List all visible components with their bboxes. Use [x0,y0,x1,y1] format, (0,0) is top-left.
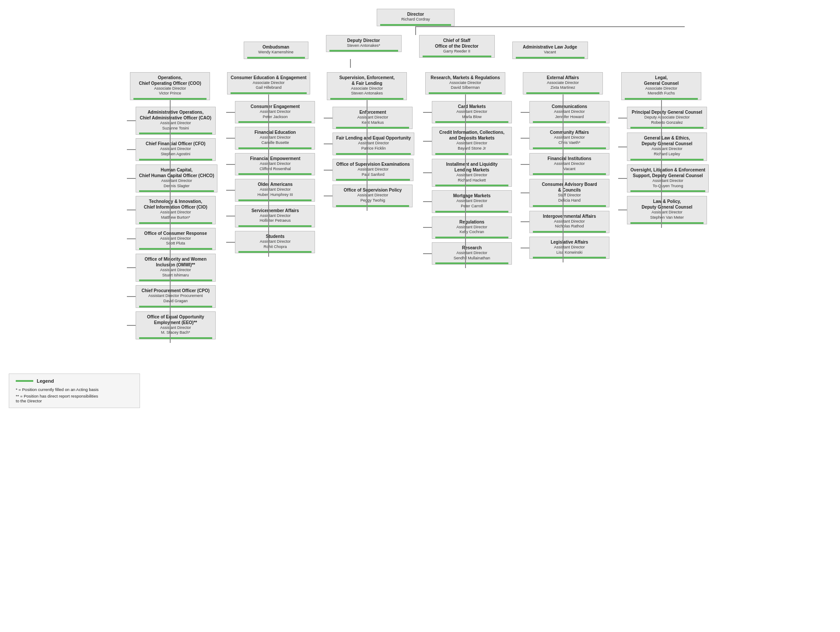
eeo-box: Office of Equal OpportunityEmployment (E… [136,311,216,339]
director-section: Director Richard Cordray [9,9,822,68]
director-name: Richard Cordray [380,17,451,22]
community-affairs-box: Community Affairs Assistant Director Chr… [529,127,609,149]
communications-box: Communications Assistant Director Jennif… [529,101,609,123]
students-box: Students Assistant Director Rohit Chopra [235,231,315,253]
alj-box: Administrative Law Judge Vacant [512,42,588,59]
col-external: External Affairs Associate Director Zixt… [516,72,609,263]
regulations-box: Regulations Assistant Director Kelly Coc… [432,216,512,239]
fair-lending-box: Fair Lending and Equal Opportunity Assis… [332,133,414,155]
chco-box: Human Capital,Chief Human Capital Office… [136,164,218,192]
ombudsman-name: Wendy Kamenshine [247,50,305,55]
cao-box: Administrative Operations,Chief Administ… [136,107,216,135]
external-head: External Affairs Associate Director Zixt… [523,72,603,94]
ombudsman-box: Ombudsman Wendy Kamenshine [244,42,308,59]
card-markets-box: Card Markets Assistant Director Marla Bl… [432,101,512,123]
consumer-engagement-box: Consumer Engagement Assistant Director P… [235,101,315,123]
deputy-box: Deputy Director Steven Antonakes* [326,35,402,52]
financial-institutions-box: Financial Institutions Assistant Directo… [529,153,609,175]
director-title: Director [380,11,451,17]
alj-name: Vacant [516,50,584,55]
alj-title: Administrative Law Judge [516,44,584,50]
director-box: Director Richard Cordray [377,9,455,26]
supervision-exam-box: Office of Supervision Examinations Assis… [332,159,413,181]
consumer-advisory-box: Consumer Advisory Board& Councils Staff … [529,179,609,207]
col-consumer-ed: Consumer Education & Engagement Associat… [222,72,315,257]
supervision-head: Supervision, Enforcement,& Fair Lending … [327,72,407,100]
older-americans-box: Older Americans Assistant Director Huber… [235,179,315,201]
research-head: Research, Markets & Regulations Associat… [425,72,505,94]
legend-item-2: ** = Position has direct report responsi… [16,394,133,403]
alj-col: Administrative Law Judge Vacant [512,35,588,59]
col-legal: Legal,General Counsel Associate Director… [614,72,709,228]
col-supervision: Supervision, Enforcement,& Fair Lending … [319,72,414,211]
org-chart: Director Richard Cordray [9,9,822,408]
cos-col: Chief of StaffOffice of the Director Gar… [419,35,495,58]
ops-sub: Associate Director [133,86,206,91]
ops-title: Operations,Chief Operating Officer (COO) [133,75,206,86]
legend-box: Legend * = Position currently filled on … [9,374,140,408]
research-box: Research Assistant Director Sendhil Mull… [432,242,512,265]
deputy-name: Steven Antonakes* [329,43,398,49]
cos-box: Chief of StaffOffice of the Director Gar… [419,35,495,58]
financial-ed-box: Financial Education Assistant Director C… [235,127,315,149]
mortgage-markets-box: Mortgage Markets Assistant Director Pete… [432,190,512,213]
ops-name: Victor Prince [133,91,206,96]
credit-info-box: Credit Information, Collections,and Depo… [432,127,512,155]
oversight-box: Oversight, Litigation & EnforcementSuppo… [627,164,709,192]
legislative-affairs-box: Legislative Affairs Assistant Director L… [529,237,609,259]
law-policy-box: Law & Policy,Deputy General Counsel Assi… [627,196,707,224]
consumer-ed-head: Consumer Education & Engagement Associat… [227,72,310,94]
intergovernmental-box: Intergovernmental Affairs Assistant Dire… [529,211,609,233]
deputy-col: Deputy Director Steven Antonakes* [326,35,402,52]
ombudsman-title: Ombudsman [247,44,305,50]
principal-deputy-box: Principal Deputy General Counsel Deputy … [627,107,707,129]
col-operations: Operations,Chief Operating Officer (COO)… [122,72,218,343]
legend-title: Legend [37,378,54,384]
ombudsman-col: Ombudsman Wendy Kamenshine [244,35,308,59]
supervision-policy-box: Office of Supervision Policy Assistant D… [332,185,413,207]
servicemember-box: Servicemember Affairs Assistant Director… [235,205,315,227]
consumer-response-box: Office of Consumer Response Assistant Di… [136,228,216,250]
page-container: Director Richard Cordray [9,9,831,408]
col-research: Research, Markets & Regulations Associat… [419,72,512,269]
financial-emp-box: Financial Empowerment Assistant Director… [235,153,315,175]
cpo-box: Chief Procurement Officer (CPO) Assistan… [136,285,216,307]
general-law-box: General Law & Ethics,Deputy General Coun… [627,133,707,161]
installment-box: Installment and LiquidityLending Markets… [432,159,512,187]
enforcement-box: Enforcement Assistant Director Kent Mark… [332,107,413,129]
cfo-box: Chief Financial Officer (CFO) Assistant … [136,138,216,161]
legal-head: Legal,General Counsel Associate Director… [621,72,701,100]
operations-head: Operations,Chief Operating Officer (COO)… [130,72,210,100]
cos-title: Chief of StaffOffice of the Director [423,38,491,49]
cos-name: Garry Reeder II [423,49,491,54]
deputy-title: Deputy Director [329,38,398,43]
omwi-box: Office of Minority and WomenInclusion (O… [136,254,216,282]
cio-box: Technology & Innovation,Chief Informatio… [136,196,216,224]
legend-section: Legend * = Position currently filled on … [9,360,140,408]
legend-item-1: * = Position currently filled on an Acti… [16,387,133,392]
